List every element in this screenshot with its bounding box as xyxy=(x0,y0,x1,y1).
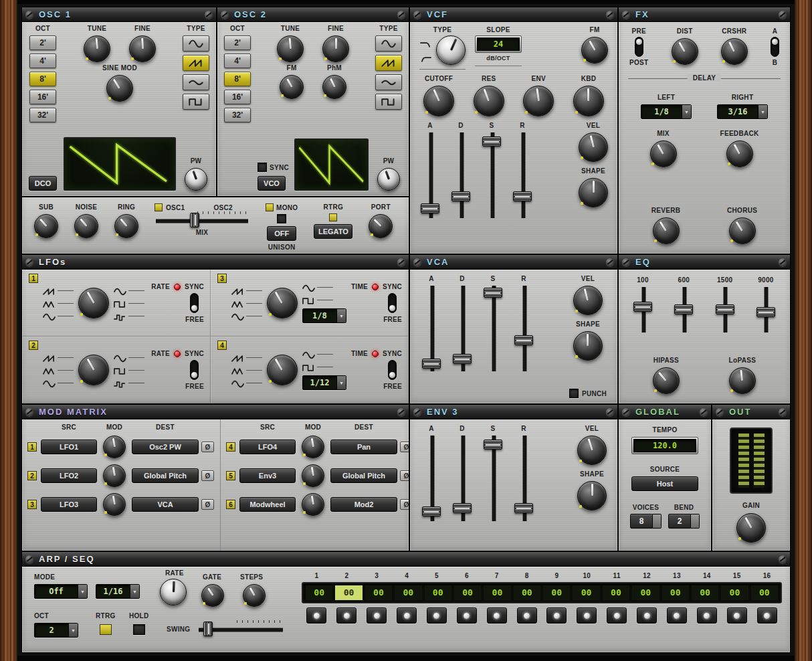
osc2-wave-square-icon[interactable] xyxy=(375,94,402,110)
vca-d-slider[interactable] xyxy=(451,284,473,373)
matrix-6-amount-knob[interactable] xyxy=(302,493,324,516)
env3-a-slider[interactable] xyxy=(421,434,442,523)
lfo1-rate-knob[interactable] xyxy=(78,288,109,318)
eq-band-9000-slider[interactable] xyxy=(755,286,777,334)
arp-step-display-2[interactable]: 00 xyxy=(335,585,362,600)
portamento-knob[interactable] xyxy=(369,214,393,238)
osc2-tune-knob[interactable] xyxy=(277,35,304,62)
arp-step-display-11[interactable]: 00 xyxy=(603,585,629,600)
osc1-oct-button-8[interactable]: 8' xyxy=(29,72,56,86)
lfo1-wave-saw-icon[interactable] xyxy=(43,286,56,294)
lfo1-wave-square-icon[interactable] xyxy=(114,299,126,307)
osc2-oct-button-8[interactable]: 8' xyxy=(224,72,251,86)
vca-r-slider[interactable] xyxy=(513,284,534,373)
eq-band-100-slider[interactable] xyxy=(632,286,653,334)
lfo3-wave-tri-icon[interactable] xyxy=(231,299,244,307)
osc1-fine-knob[interactable] xyxy=(129,35,156,62)
arp-oct-dropdown[interactable]: 2 ▼ xyxy=(34,623,78,638)
voices-stepper[interactable]: 8 xyxy=(630,514,662,529)
vca-a-slider[interactable] xyxy=(421,284,442,373)
osc2-pw-knob[interactable] xyxy=(377,168,400,191)
arp-step-button-5[interactable] xyxy=(427,607,447,624)
lfo1-sync-toggle[interactable] xyxy=(190,293,199,313)
arp-steps-knob[interactable] xyxy=(243,584,266,607)
vcf-r-slider[interactable] xyxy=(512,131,533,219)
osc2-sync-checkbox[interactable] xyxy=(258,163,267,172)
osc2-wave-sine-icon[interactable] xyxy=(375,35,402,52)
osc2-fine-knob[interactable] xyxy=(322,35,349,62)
chevron-down-icon[interactable]: ▼ xyxy=(682,105,691,118)
lopass-knob[interactable] xyxy=(729,367,756,394)
lfo4-time-dropdown[interactable]: 1/12▼ xyxy=(302,375,346,390)
arp-step-button-15[interactable] xyxy=(727,607,747,624)
delay-left-dropdown[interactable]: 1/8 ▼ xyxy=(641,104,692,119)
osc1-sine-mod-knob[interactable] xyxy=(106,75,133,102)
arp-step-button-12[interactable] xyxy=(637,607,657,624)
arp-step-display-7[interactable]: 00 xyxy=(484,585,510,600)
matrix-1-invert-button[interactable]: Ø xyxy=(201,442,214,452)
lfo3-wave-saw-icon[interactable] xyxy=(231,286,244,294)
lfo4-sync-toggle[interactable] xyxy=(388,360,397,380)
matrix-6-source-button[interactable]: Modwheel xyxy=(239,497,296,512)
filter-type-knob[interactable] xyxy=(436,35,466,65)
osc1-oct-button-2[interactable]: 2' xyxy=(29,35,56,50)
lfo2-wave-square-icon[interactable] xyxy=(114,366,126,374)
lfo3-wave-sine-icon[interactable] xyxy=(231,312,244,320)
osc2-phm-knob[interactable] xyxy=(322,75,346,99)
arp-step-display-15[interactable]: 00 xyxy=(721,585,748,600)
lfo2-wave-sine-icon[interactable] xyxy=(43,379,56,387)
osc2-oct-button-2[interactable]: 2' xyxy=(224,35,251,50)
lfo2-sync-toggle[interactable] xyxy=(190,360,199,380)
chevron-down-icon[interactable]: ▼ xyxy=(758,105,767,118)
arp-step-display-10[interactable]: 00 xyxy=(573,585,599,600)
arp-rate-knob[interactable] xyxy=(160,579,187,605)
lfo3-sync-toggle[interactable] xyxy=(388,293,397,313)
arp-step-display-5[interactable]: 00 xyxy=(425,585,451,600)
voices-stepper-button[interactable] xyxy=(653,514,662,529)
source-button[interactable]: Host xyxy=(631,476,698,491)
arp-step-button-8[interactable] xyxy=(517,607,537,624)
arp-step-display-14[interactable]: 00 xyxy=(692,585,718,600)
ring-knob[interactable] xyxy=(114,214,138,238)
reverb-knob[interactable] xyxy=(653,217,680,244)
lfo4-wave-tri-icon[interactable] xyxy=(231,366,244,374)
arp-swing-slider[interactable] xyxy=(197,622,284,636)
osc2-fm-knob[interactable] xyxy=(280,75,304,99)
lfo4-rate-knob[interactable] xyxy=(267,355,298,385)
chorus-knob[interactable] xyxy=(729,217,756,244)
arp-step-button-14[interactable] xyxy=(697,607,717,624)
arp-step-button-11[interactable] xyxy=(607,607,627,624)
osc1-pw-knob[interactable] xyxy=(185,168,207,191)
osc1-wave-square-icon[interactable] xyxy=(183,94,209,110)
env3-vel-knob[interactable] xyxy=(577,436,607,465)
arp-step-display-13[interactable]: 00 xyxy=(662,585,689,600)
arp-step-button-13[interactable] xyxy=(667,607,687,624)
vca-shape-knob[interactable] xyxy=(573,331,603,361)
lfo3-wave-sine-icon[interactable] xyxy=(302,283,315,291)
osc1-oct-button-4[interactable]: 4' xyxy=(29,54,56,68)
lfo4-wave-saw-icon[interactable] xyxy=(231,353,244,361)
matrix-1-source-button[interactable]: LFO1 xyxy=(41,440,97,454)
matrix-6-invert-button[interactable]: Ø xyxy=(400,499,409,510)
vcf-s-slider[interactable] xyxy=(481,131,502,219)
env-amount-knob[interactable] xyxy=(523,86,554,116)
matrix-4-amount-knob[interactable] xyxy=(302,436,324,458)
env3-d-slider[interactable] xyxy=(451,434,473,523)
legato-button[interactable]: LEGATO xyxy=(314,224,352,239)
tempo-display[interactable]: 120.0 xyxy=(633,439,696,452)
matrix-4-invert-button[interactable]: Ø xyxy=(400,442,409,452)
arp-step-display-6[interactable]: 00 xyxy=(454,585,481,600)
matrix-4-dest-button[interactable]: Pan xyxy=(330,440,397,454)
lfo2-wave-saw-icon[interactable] xyxy=(43,353,56,361)
kbd-track-knob[interactable] xyxy=(573,86,604,116)
lfo4-wave-square-icon[interactable] xyxy=(302,363,315,371)
matrix-5-amount-knob[interactable] xyxy=(302,464,324,487)
lfo4-wave-sine-icon[interactable] xyxy=(302,350,315,358)
env3-r-slider[interactable] xyxy=(513,434,534,523)
bend-value[interactable]: 2 xyxy=(668,514,691,529)
matrix-2-invert-button[interactable]: Ø xyxy=(201,470,214,481)
osc-mix-slider[interactable] xyxy=(155,213,249,227)
osc2-wave-sine2-icon[interactable] xyxy=(375,74,402,90)
crusher-ab-toggle[interactable] xyxy=(771,37,779,57)
crusher-knob[interactable] xyxy=(721,38,748,65)
